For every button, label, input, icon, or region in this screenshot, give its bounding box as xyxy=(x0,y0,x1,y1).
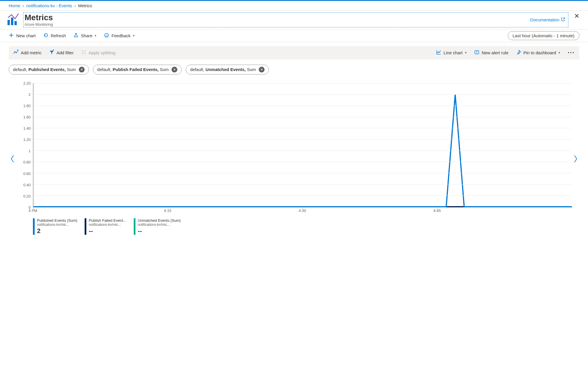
svg-point-11 xyxy=(85,53,85,54)
metrics-bar-chart-icon xyxy=(6,12,20,26)
metric-pill[interactable]: default, Unmatched Events, Sum✕ xyxy=(186,65,269,74)
svg-rect-1 xyxy=(11,18,13,25)
add-filter-button[interactable]: Add filter xyxy=(49,50,74,56)
command-bar: New chart Refresh Share ▾ Feedback ▾ Las… xyxy=(0,29,588,42)
y-axis-label: 0.80 xyxy=(16,160,31,164)
x-axis-label: 4:15 xyxy=(164,208,171,213)
chart-prev-button[interactable] xyxy=(9,83,16,235)
svg-point-8 xyxy=(82,51,83,51)
metric-pill[interactable]: default, Published Events, Sum✕ xyxy=(9,65,89,74)
legend-subtitle: notifications-kv/mic... xyxy=(37,223,77,227)
share-icon xyxy=(73,33,79,39)
pin-icon xyxy=(516,50,521,56)
chart-next-button[interactable] xyxy=(572,83,579,235)
time-range-selector[interactable]: Last hour (Automatic - 1 minute) xyxy=(508,31,579,40)
legend-value: -- xyxy=(89,227,126,235)
legend-value: -- xyxy=(138,227,181,235)
share-button[interactable]: Share ▾ xyxy=(73,33,96,39)
external-link-icon xyxy=(561,17,565,22)
pin-to-dashboard-button[interactable]: Pin to dashboard ▾ xyxy=(516,50,560,56)
apply-splitting-button: Apply splitting xyxy=(81,50,116,56)
legend-title: Unmatched Events (Sum) xyxy=(138,218,181,223)
breadcrumb-home[interactable]: Home xyxy=(9,3,20,8)
legend-title: Publish Failed Event... xyxy=(89,218,126,223)
svg-rect-0 xyxy=(8,20,10,25)
chevron-down-icon: ▾ xyxy=(95,34,96,38)
refresh-icon xyxy=(43,33,49,39)
new-alert-rule-button[interactable]: New alert rule xyxy=(474,50,509,56)
svg-point-12 xyxy=(83,52,84,53)
svg-point-10 xyxy=(82,53,83,54)
breadcrumb-current: Metrics xyxy=(78,3,92,8)
remove-metric-icon[interactable]: ✕ xyxy=(79,67,85,72)
y-axis-label: 1.20 xyxy=(16,137,31,142)
legend-item[interactable]: Published Events (Sum)notifications-kv/m… xyxy=(33,218,77,235)
legend-subtitle: notifications-kv/mic... xyxy=(138,223,181,227)
svg-point-6 xyxy=(14,51,15,52)
metric-pill[interactable]: default, Publish Failed Events, Sum✕ xyxy=(93,65,182,74)
y-axis-label: 0.20 xyxy=(16,194,31,198)
split-icon xyxy=(81,50,86,56)
add-metric-icon xyxy=(13,50,18,56)
chart-type-selector[interactable]: Line chart ▾ xyxy=(436,50,467,56)
more-options-button[interactable]: ··· xyxy=(568,49,575,57)
breadcrumb: Home › notifications-kv - Events › Metri… xyxy=(0,1,588,10)
legend-color-swatch xyxy=(33,218,35,235)
chevron-down-icon: ▾ xyxy=(133,34,135,38)
legend-value: 2 xyxy=(37,227,77,235)
y-axis-label: 2.20 xyxy=(16,81,31,85)
svg-point-5 xyxy=(107,34,107,35)
chart-plot-area[interactable] xyxy=(33,83,572,207)
x-axis-label: 4:45 xyxy=(433,208,441,213)
svg-point-7 xyxy=(16,53,17,53)
svg-point-4 xyxy=(106,34,106,35)
close-button[interactable]: ✕ xyxy=(574,12,579,20)
y-axis-label: 1.60 xyxy=(16,115,31,119)
y-axis-label: 0.60 xyxy=(16,171,31,176)
y-axis-label: 1 xyxy=(16,149,31,153)
legend-color-swatch xyxy=(85,218,86,235)
y-axis-label: 1.80 xyxy=(16,103,31,108)
refresh-button[interactable]: Refresh xyxy=(43,33,66,39)
page-title: Metrics xyxy=(25,13,53,22)
breadcrumb-resource[interactable]: notifications-kv - Events xyxy=(26,3,72,8)
new-chart-button[interactable]: New chart xyxy=(9,33,36,39)
documentation-link[interactable]: Documentation xyxy=(530,17,565,22)
y-axis-label: 0.40 xyxy=(16,182,31,187)
x-axis-label: 4 PM xyxy=(29,208,37,213)
filter-icon xyxy=(49,50,54,56)
chevron-down-icon: ▾ xyxy=(559,51,560,55)
svg-rect-2 xyxy=(14,21,17,25)
page-subtitle: Azure Monitoring xyxy=(25,22,53,27)
chart-toolbar: Add metric Add filter Apply splitting Li… xyxy=(9,46,579,59)
chevron-right-icon: › xyxy=(23,3,24,8)
legend-subtitle: notifications-kv/mic... xyxy=(89,223,126,227)
smiley-icon xyxy=(104,33,109,39)
svg-point-3 xyxy=(105,33,109,37)
remove-metric-icon[interactable]: ✕ xyxy=(259,67,265,72)
alert-icon xyxy=(474,50,479,56)
legend-color-swatch xyxy=(134,218,135,235)
legend-item[interactable]: Unmatched Events (Sum)notifications-kv/m… xyxy=(134,218,181,235)
x-axis-label: 4:30 xyxy=(299,208,306,213)
y-axis-label: 1.40 xyxy=(16,126,31,131)
chevron-right-icon: › xyxy=(74,3,76,8)
plus-icon xyxy=(9,33,14,39)
feedback-button[interactable]: Feedback ▾ xyxy=(104,33,135,39)
add-metric-button[interactable]: Add metric xyxy=(13,50,42,56)
legend-title: Published Events (Sum) xyxy=(37,218,77,223)
chevron-down-icon: ▾ xyxy=(465,51,467,55)
remove-metric-icon[interactable]: ✕ xyxy=(172,67,177,72)
line-chart-icon xyxy=(436,50,441,56)
svg-point-9 xyxy=(85,51,85,51)
y-axis-label: 2 xyxy=(16,92,31,96)
legend-item[interactable]: Publish Failed Event...notifications-kv/… xyxy=(85,218,126,235)
